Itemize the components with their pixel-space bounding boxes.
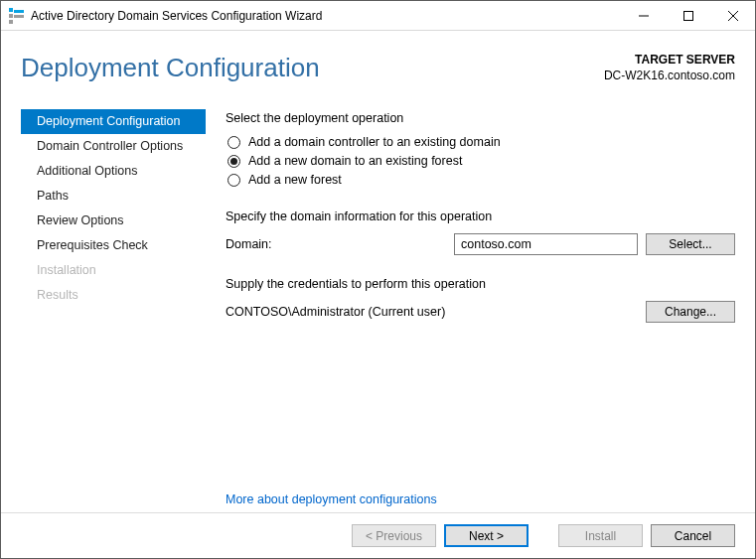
step-results: Results (21, 283, 206, 308)
page-title: Deployment Configuration (21, 53, 320, 83)
step-review-options[interactable]: Review Options (21, 209, 206, 233)
select-operation-label: Select the deployment operation (226, 111, 735, 125)
svg-rect-4 (9, 20, 13, 24)
change-credentials-button[interactable]: Change... (646, 301, 735, 323)
previous-button: < Previous (352, 524, 436, 547)
svg-rect-3 (14, 15, 24, 18)
radio-icon (227, 155, 240, 168)
window-buttons (621, 1, 755, 30)
body: Deployment Configuration Domain Controll… (1, 101, 755, 512)
cancel-button[interactable]: Cancel (651, 524, 735, 547)
page-header: Deployment Configuration TARGET SERVER D… (1, 31, 755, 101)
specify-domain-label: Specify the domain information for this … (226, 210, 735, 223)
minimize-button[interactable] (621, 1, 666, 30)
next-button[interactable]: Next > (444, 524, 529, 547)
radio-add-dc-existing-domain[interactable]: Add a domain controller to an existing d… (226, 135, 735, 149)
svg-rect-2 (9, 14, 13, 18)
domain-input[interactable] (454, 233, 638, 255)
radio-add-domain-existing-forest[interactable]: Add a new domain to an existing forest (226, 154, 735, 168)
domain-label: Domain: (226, 237, 454, 251)
radio-label: Add a new forest (248, 173, 342, 187)
title-bar: Active Directory Domain Services Configu… (1, 1, 755, 31)
step-installation: Installation (21, 258, 206, 283)
content-panel: Select the deployment operation Add a do… (206, 101, 735, 512)
window-title: Active Directory Domain Services Configu… (31, 9, 621, 23)
target-server-block: TARGET SERVER DC-W2K16.contoso.com (604, 53, 735, 83)
target-server-label: TARGET SERVER (604, 53, 735, 69)
svg-rect-1 (14, 10, 24, 13)
app-icon (9, 8, 25, 24)
step-paths[interactable]: Paths (21, 184, 206, 209)
radio-icon (227, 174, 240, 187)
supply-credentials-label: Supply the credentials to perform this o… (226, 277, 735, 291)
current-credentials: CONTOSO\Administrator (Current user) (226, 305, 638, 319)
target-server-name: DC-W2K16.contoso.com (604, 69, 735, 84)
step-prerequisites-check[interactable]: Prerequisites Check (21, 233, 206, 258)
wizard-footer: < Previous Next > Install Cancel (1, 512, 755, 558)
step-additional-options[interactable]: Additional Options (21, 159, 206, 184)
close-button[interactable] (710, 1, 755, 30)
select-domain-button[interactable]: Select... (646, 233, 735, 255)
step-domain-controller-options[interactable]: Domain Controller Options (21, 134, 206, 159)
maximize-button[interactable] (666, 1, 710, 30)
radio-add-new-forest[interactable]: Add a new forest (226, 173, 735, 187)
svg-rect-6 (683, 11, 692, 20)
install-button: Install (558, 524, 643, 547)
radio-label: Add a new domain to an existing forest (248, 154, 462, 168)
wizard-sidebar: Deployment Configuration Domain Controll… (21, 101, 206, 512)
svg-rect-0 (9, 8, 13, 12)
more-about-link[interactable]: More about deployment configurations (226, 492, 735, 506)
radio-label: Add a domain controller to an existing d… (248, 135, 501, 149)
step-deployment-configuration[interactable]: Deployment Configuration (21, 109, 206, 134)
radio-icon (227, 136, 240, 149)
